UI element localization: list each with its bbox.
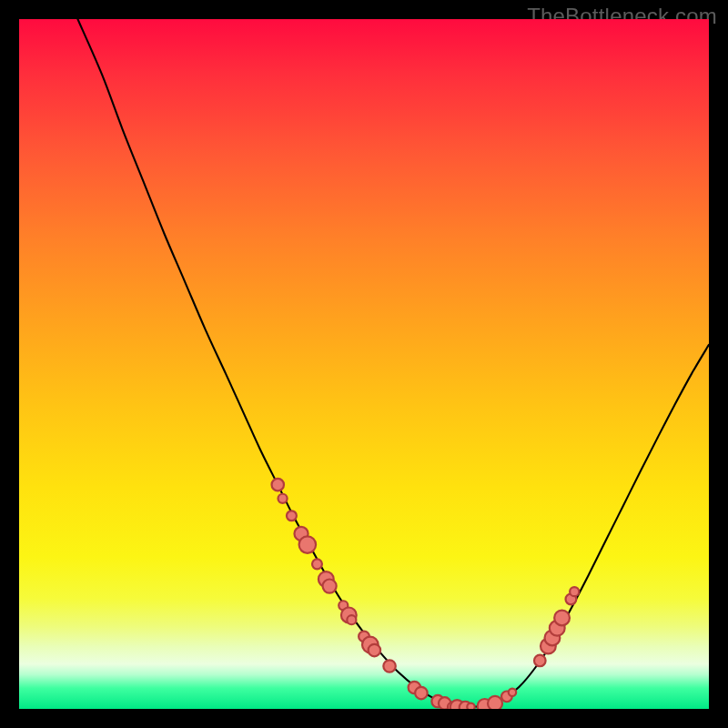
data-marker xyxy=(383,660,395,672)
data-marker xyxy=(272,479,284,490)
data-marker xyxy=(347,615,356,624)
marker-group xyxy=(272,479,580,709)
data-marker xyxy=(369,644,380,656)
data-marker xyxy=(509,689,516,696)
data-marker xyxy=(323,580,337,593)
data-marker xyxy=(488,696,502,709)
data-marker xyxy=(312,559,322,569)
data-marker xyxy=(554,611,570,626)
data-marker xyxy=(299,536,316,552)
data-marker xyxy=(415,687,427,699)
curve-line xyxy=(77,19,709,707)
data-marker xyxy=(287,511,297,521)
chart-svg xyxy=(19,19,709,709)
data-marker xyxy=(278,494,288,503)
chart-area xyxy=(19,19,709,709)
data-marker xyxy=(467,703,474,709)
data-marker xyxy=(570,587,579,596)
data-marker xyxy=(534,655,546,667)
